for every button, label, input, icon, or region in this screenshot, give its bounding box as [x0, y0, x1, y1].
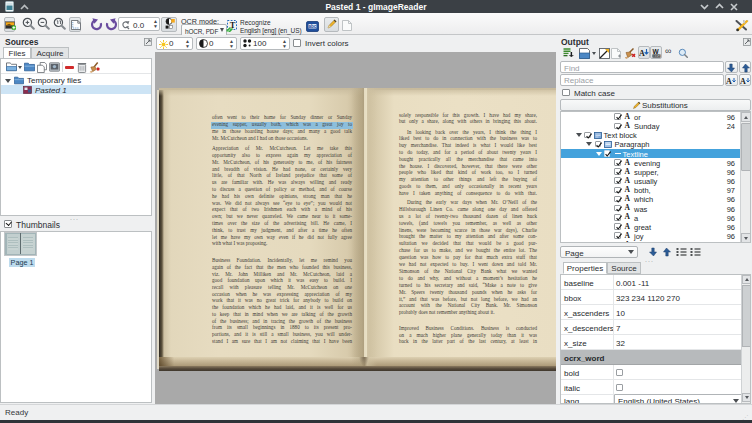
svg-text:A: A	[726, 77, 732, 86]
svg-text:count: count	[653, 54, 661, 58]
svg-text:A: A	[740, 77, 746, 86]
svg-text:abc: abc	[309, 24, 317, 29]
svg-text:A: A	[639, 49, 645, 58]
